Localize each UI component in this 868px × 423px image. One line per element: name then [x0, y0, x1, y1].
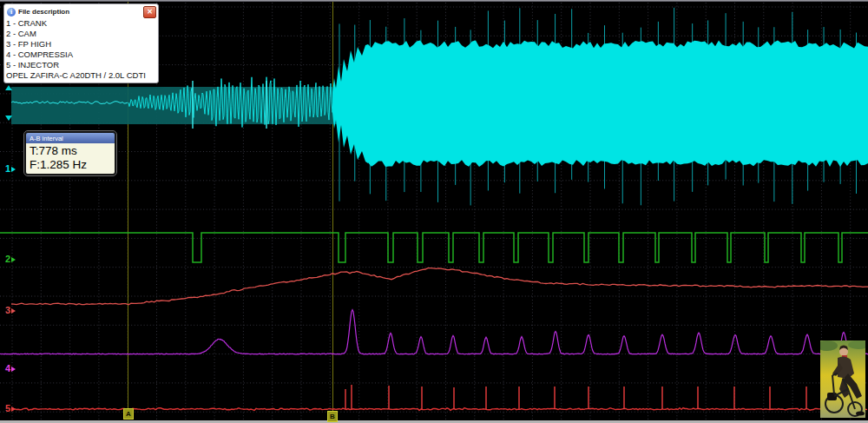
file-description-body: 1 - CRANK 2 - CAM 3 - FP HIGH 4 - COMPRE…: [4, 17, 158, 81]
ab-interval-time: T:778 ms: [30, 144, 111, 158]
channel-list-item: 5 - INJECTOR: [6, 60, 156, 70]
level-arrow-icon: [11, 406, 16, 412]
channel-1-zero-marker[interactable]: 1: [5, 164, 16, 174]
close-icon[interactable]: ✕: [143, 6, 156, 18]
ab-interval-frequency: F:1.285 Hz: [30, 158, 111, 172]
crank-range-lower-arrow-icon[interactable]: [5, 116, 12, 121]
ab-interval-titlebar[interactable]: A-B interval: [26, 133, 115, 143]
ab-interval-window: A-B interval T:778 ms F:1.285 Hz: [24, 131, 116, 175]
channel-4-label: 4: [5, 364, 10, 373]
photo-person-shoe: [856, 412, 865, 416]
channel-4-zero-marker[interactable]: 4: [5, 364, 16, 373]
file-description-titlebar[interactable]: i File description ✕: [4, 4, 158, 17]
vehicle-description: OPEL ZAFIRA-C A20DTH / 2.0L CDTI: [6, 70, 156, 81]
channel-5-zero-marker[interactable]: 5: [5, 404, 16, 413]
file-description-title: File description: [18, 8, 141, 16]
channel-2-zero-marker[interactable]: 2: [5, 254, 16, 264]
cursor-a-flag[interactable]: A: [123, 408, 134, 420]
level-arrow-icon: [11, 367, 16, 372]
level-arrow-icon: [11, 167, 16, 172]
channel-list-item: 2 - CAM: [6, 29, 156, 39]
photo-bicycle-engine: [827, 393, 837, 400]
crank-range-upper-arrow-icon[interactable]: [5, 85, 12, 90]
channel-2-label: 2: [5, 254, 10, 264]
channel-list-item: 3 - FP HIGH: [6, 39, 156, 50]
level-arrow-icon: [11, 257, 16, 262]
photo-thumbnail: [820, 340, 865, 418]
window-top-edge: [0, 0, 868, 2]
channel-5-label: 5: [5, 404, 10, 413]
channel-1-label: 1: [5, 164, 10, 174]
ab-interval-body: T:778 ms F:1.285 Hz: [26, 143, 115, 174]
info-icon: i: [7, 8, 16, 17]
channel-3-zero-marker[interactable]: 3: [5, 306, 16, 315]
channel-3-label: 3: [5, 306, 10, 315]
file-description-window: i File description ✕ 1 - CRANK 2 - CAM 3…: [3, 3, 159, 83]
channel-list-item: 1 - CRANK: [6, 18, 156, 29]
cursor-b-flag[interactable]: B: [327, 411, 338, 422]
oscilloscope-screen: 1 2 3 4 5 A B i File description ✕ 1 - C…: [0, 0, 868, 423]
channel-list-item: 4 - COMPRESSIA: [6, 50, 156, 60]
level-arrow-icon: [11, 308, 16, 314]
